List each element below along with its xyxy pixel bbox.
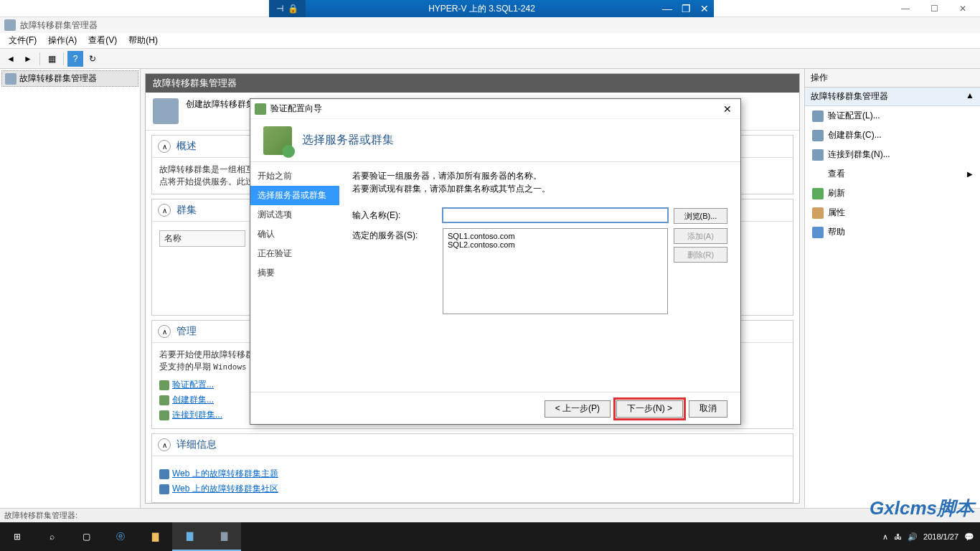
manage-text1: 若要开始使用故障转移群集 <box>159 349 263 359</box>
pin-icon[interactable]: ⊣ <box>276 4 283 14</box>
collapse-icon[interactable]: ∧ <box>158 140 171 153</box>
wizard-header: 选择服务器或群集 <box>250 119 740 162</box>
collapse-icon[interactable]: ∧ <box>158 438 171 451</box>
menu-action[interactable]: 操作(A) <box>42 33 83 48</box>
wizard-content: 若要验证一组服务器，请添加所有服务器的名称。 若要测试现有群集，请添加群集名称或… <box>339 162 740 392</box>
host-close-button[interactable]: ✕ <box>948 1 977 17</box>
step-summary[interactable]: 摘要 <box>250 263 339 283</box>
wizard-instruction-1: 若要验证一组服务器，请添加所有服务器的名称。 <box>352 169 727 182</box>
taskbar-server-manager[interactable]: ▇ <box>172 522 207 551</box>
vm-minimize-button[interactable]: — <box>658 3 677 14</box>
wizard-heading-text: 选择服务器或群集 <box>302 133 394 148</box>
step-validating[interactable]: 正在验证 <box>250 244 339 263</box>
vm-maximize-button[interactable]: ❐ <box>677 3 695 14</box>
wizard-footer: < 上一步(P) 下一步(N) > 取消 <box>250 392 740 425</box>
help-icon <box>812 227 824 238</box>
wizard-titlebar: 验证配置向导 ✕ <box>250 99 740 119</box>
menu-help[interactable]: 帮助(H) <box>123 33 164 48</box>
toolbar-refresh-button[interactable]: ↻ <box>85 51 100 67</box>
clusters-column-name[interactable]: 名称 <box>159 230 245 247</box>
host-minimize-button[interactable]: — <box>891 1 920 17</box>
action-refresh[interactable]: 刷新 <box>805 184 980 203</box>
overview-text1: 故障转移群集是一组相互 <box>159 164 254 174</box>
collapse-icon[interactable]: ∧ <box>158 204 171 217</box>
watermark-text: Gxlcms脚本 <box>870 496 974 521</box>
center-header: 故障转移群集管理器 <box>146 74 799 93</box>
selected-servers-label: 选定的服务器(S): <box>352 228 437 242</box>
tray-notifications-icon[interactable]: 💬 <box>964 532 974 542</box>
taskbar-ie[interactable]: ⓔ <box>103 522 138 551</box>
menu-view[interactable]: 查看(V) <box>83 33 123 48</box>
task-view-button[interactable]: ▢ <box>69 522 103 551</box>
lock-icon[interactable]: 🔒 <box>288 4 298 14</box>
overview-title: 概述 <box>176 140 197 153</box>
connect-cluster-icon <box>812 149 824 161</box>
menu-file[interactable]: 文件(F) <box>3 33 42 48</box>
toolbar-back-button[interactable]: ◄ <box>3 51 19 67</box>
wizard-instruction-2: 若要测试现有群集，请添加群集名称或其节点之一。 <box>352 182 727 195</box>
manage-title: 管理 <box>176 325 197 338</box>
step-test-options[interactable]: 测试选项 <box>250 205 339 225</box>
vm-close-button[interactable]: ✕ <box>695 3 714 14</box>
actions-collapse-icon[interactable]: ▲ <box>966 90 974 103</box>
actions-panel-title: 操作 <box>805 69 980 88</box>
next-button[interactable]: 下一步(N) > <box>616 400 683 418</box>
link-web-community[interactable]: Web 上的故障转移群集社区 <box>159 481 786 496</box>
server-entry-1[interactable]: SQL1.contoso.com <box>448 232 663 240</box>
step-select-servers[interactable]: 选择服务器或群集 <box>250 186 339 205</box>
add-button: 添加(A) <box>674 228 727 244</box>
actions-header: 故障转移群集管理器▲ <box>805 88 980 106</box>
action-create-cluster[interactable]: 创建群集(C)... <box>805 126 980 145</box>
collapse-icon[interactable]: ∧ <box>158 325 171 338</box>
browse-button[interactable]: 浏览(B)... <box>674 208 727 224</box>
tray-chevron-icon[interactable]: ∧ <box>882 532 888 542</box>
navigation-tree: 故障转移群集管理器 <box>0 69 141 508</box>
tray-volume-icon[interactable]: 🔊 <box>908 532 918 542</box>
app-title-text: 故障转移群集管理器 <box>20 19 98 32</box>
action-view[interactable]: 查看▶ <box>805 164 980 184</box>
tray-network-icon[interactable]: 🖧 <box>894 532 902 541</box>
refresh-icon <box>812 188 824 199</box>
toolbar-help-button[interactable]: ? <box>67 51 83 67</box>
validate-icon <box>812 110 824 122</box>
wizard-close-button[interactable]: ✕ <box>719 103 736 115</box>
tray-date[interactable]: 2018/1/27 <box>923 532 958 541</box>
cluster-manager-icon <box>5 73 17 85</box>
overview-text2: 点将开始提供服务。此过 <box>159 176 254 187</box>
link-web-topics[interactable]: Web 上的故障转移群集主题 <box>159 466 786 481</box>
properties-icon <box>812 207 824 219</box>
step-confirm[interactable]: 确认 <box>250 225 339 244</box>
wizard-title-text: 验证配置向导 <box>270 103 322 115</box>
action-validate-config[interactable]: 验证配置(L)... <box>805 106 980 126</box>
selected-servers-listbox[interactable]: SQL1.contoso.com SQL2.contoso.com <box>443 228 668 314</box>
cluster-large-icon <box>153 98 179 124</box>
wizard-steps-list: 开始之前 选择服务器或群集 测试选项 确认 正在验证 摘要 <box>250 162 339 392</box>
vm-connection-bar: ⊣ 🔒 HYPER-V 上的 3.SQL1-242 — ❐ ✕ <box>269 0 714 17</box>
toolbar: ◄ ► ▦ ? ↻ <box>0 49 980 69</box>
taskbar-explorer[interactable]: ▇ <box>138 522 172 551</box>
validate-config-wizard: 验证配置向导 ✕ 选择服务器或群集 开始之前 选择服务器或群集 测试选项 确认 … <box>250 98 741 425</box>
wizard-heading-icon <box>263 126 292 155</box>
tree-root-item[interactable]: 故障转移群集管理器 <box>1 70 138 87</box>
enter-name-input[interactable] <box>443 208 668 222</box>
search-button[interactable]: ⌕ <box>34 522 69 551</box>
prev-button[interactable]: < 上一步(P) <box>545 400 611 418</box>
cancel-button[interactable]: 取消 <box>689 400 727 418</box>
actions-panel: 操作 故障转移群集管理器▲ 验证配置(L)... 创建群集(C)... 连接到群… <box>804 69 980 508</box>
remove-button: 删除(R) <box>674 247 727 263</box>
app-icon <box>4 19 16 31</box>
toolbar-forward-button[interactable]: ► <box>20 51 36 67</box>
create-cluster-icon <box>812 130 824 141</box>
host-maximize-button[interactable]: ☐ <box>920 1 948 17</box>
action-properties[interactable]: 属性 <box>805 203 980 222</box>
step-before[interactable]: 开始之前 <box>250 166 339 186</box>
server-entry-2[interactable]: SQL2.contoso.com <box>448 240 663 249</box>
taskbar-cluster-manager[interactable]: ▇ <box>207 522 241 551</box>
start-button[interactable]: ⊞ <box>0 522 34 551</box>
action-connect-cluster[interactable]: 连接到群集(N)... <box>805 145 980 164</box>
action-help[interactable]: 帮助 <box>805 222 980 242</box>
chevron-right-icon: ▶ <box>967 170 973 178</box>
vm-title: HYPER-V 上的 3.SQL1-242 <box>306 3 658 15</box>
toolbar-panel-button[interactable]: ▦ <box>44 51 60 67</box>
app-titlebar: 故障转移群集管理器 <box>0 17 980 33</box>
